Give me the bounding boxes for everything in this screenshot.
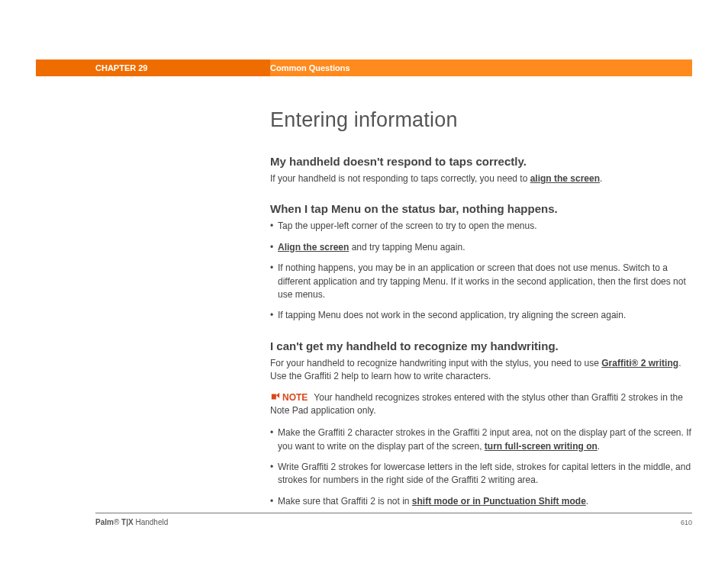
align-screen-link[interactable]: align the screen xyxy=(530,173,600,184)
chapter-label: CHAPTER 29 xyxy=(36,60,270,76)
section-title: Common Questions xyxy=(270,60,692,76)
page-title: Entering information xyxy=(270,108,694,132)
list-item: If tapping Menu does not work in the sec… xyxy=(270,309,694,322)
graffiti-writing-link[interactable]: Graffiti® 2 writing xyxy=(601,358,678,368)
fullscreen-writing-link[interactable]: turn full-screen writing on xyxy=(485,441,598,452)
q1-heading: My handheld doesn't respond to taps corr… xyxy=(270,155,694,168)
brand-palm: Palm xyxy=(95,518,114,526)
list-item: Make the Graffiti 2 character strokes in… xyxy=(270,426,694,453)
q1-text: If your handheld is not responding to ta… xyxy=(270,172,694,185)
footer: Palm® T|X Handheld 610 xyxy=(95,513,692,526)
brand-tail: Handheld xyxy=(134,518,169,526)
note-text: Your handheld recognizes strokes entered… xyxy=(270,392,683,416)
q3-intro: For your handheld to recognize handwriti… xyxy=(270,357,694,384)
list-text-after: . xyxy=(586,496,588,507)
list-text: If tapping Menu does not work in the sec… xyxy=(278,310,626,320)
q1-text-before: If your handheld is not responding to ta… xyxy=(270,173,530,184)
q3-list: Make the Graffiti 2 character strokes in… xyxy=(270,426,694,508)
page-number: 610 xyxy=(681,519,692,526)
list-item: If nothing happens, you may be in an app… xyxy=(270,262,694,301)
shift-mode-link[interactable]: shift mode or in Punctuation Shift mode xyxy=(412,496,586,507)
list-item: Write Graffiti 2 strokes for lowercase l… xyxy=(270,461,694,487)
footer-brand: Palm® T|X Handheld xyxy=(95,518,168,526)
q3-intro-before: For your handheld to recognize handwriti… xyxy=(270,358,601,368)
list-text: and try tapping Menu again. xyxy=(349,242,465,253)
note-row: NOTEYour handheld recognizes strokes ent… xyxy=(270,391,694,418)
q2-list: Tap the upper-left corner of the screen … xyxy=(270,220,694,322)
list-text-after: . xyxy=(598,441,600,452)
document-page: CHAPTER 29 Common Questions Entering inf… xyxy=(0,0,728,563)
list-text: Make sure that Graffiti 2 is not in xyxy=(278,496,412,507)
list-item: Tap the upper-left corner of the screen … xyxy=(270,220,694,233)
q1-text-after: . xyxy=(600,173,602,184)
align-screen-link[interactable]: Align the screen xyxy=(278,242,349,253)
q3-heading: I can't get my handheld to recognize my … xyxy=(270,339,694,352)
list-text: Tap the upper-left corner of the screen … xyxy=(278,220,537,231)
note-icon xyxy=(270,392,281,401)
content-area: Entering information My handheld doesn't… xyxy=(270,108,694,516)
list-item: Align the screen and try tapping Menu ag… xyxy=(270,241,694,254)
q2-heading: When I tap Menu on the status bar, nothi… xyxy=(270,202,694,215)
header-bar: CHAPTER 29 Common Questions xyxy=(36,60,692,76)
note-label: NOTE xyxy=(282,392,308,403)
list-item: Make sure that Graffiti 2 is not in shif… xyxy=(270,495,694,508)
list-text: If nothing happens, you may be in an app… xyxy=(278,262,686,300)
list-text: Write Graffiti 2 strokes for lowercase l… xyxy=(278,462,691,485)
brand-model: T|X xyxy=(119,518,133,526)
